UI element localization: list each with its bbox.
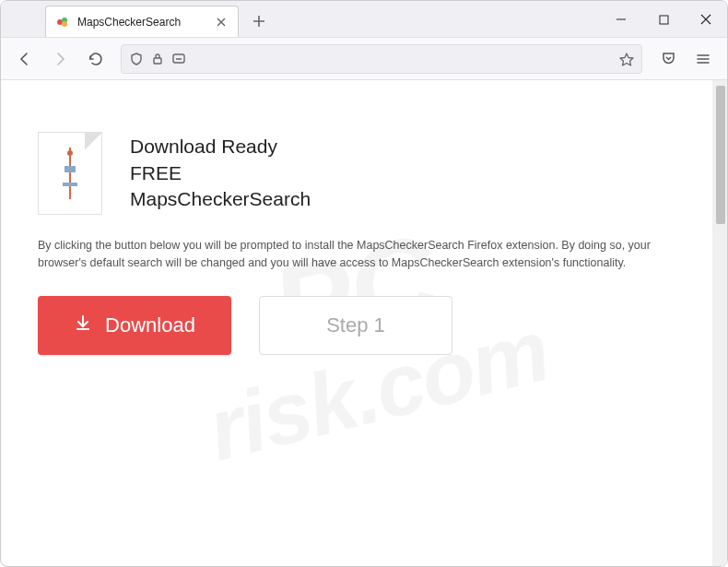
address-bar[interactable] xyxy=(121,44,642,74)
scrollbar-thumb[interactable] xyxy=(716,86,725,224)
svg-rect-8 xyxy=(660,16,668,24)
step-button-label: Step 1 xyxy=(326,313,385,337)
new-tab-button[interactable] xyxy=(246,8,272,34)
header-row: Download Ready FREE MapsCheckerSearch xyxy=(38,132,675,215)
window-controls xyxy=(600,1,727,38)
heading-line-1: Download Ready xyxy=(130,134,311,159)
headings: Download Ready FREE MapsCheckerSearch xyxy=(130,134,311,212)
bookmark-icon[interactable] xyxy=(619,52,634,66)
download-icon xyxy=(74,313,92,337)
shield-icon[interactable] xyxy=(129,52,144,66)
content-area: PC risk.com Download Ready FREE MapsChec… xyxy=(1,80,727,567)
browser-tab[interactable]: MapsCheckerSearch xyxy=(45,6,239,37)
svg-rect-11 xyxy=(154,58,161,64)
page-content: Download Ready FREE MapsCheckerSearch By… xyxy=(1,80,712,392)
file-icon xyxy=(38,132,102,215)
tab-title: MapsCheckerSearch xyxy=(77,16,206,29)
close-window-button[interactable] xyxy=(685,1,727,38)
titlebar: MapsCheckerSearch xyxy=(1,1,727,38)
back-button[interactable] xyxy=(10,44,40,74)
scrollbar-track[interactable] xyxy=(712,80,727,567)
permissions-icon[interactable] xyxy=(171,52,186,66)
maximize-button[interactable] xyxy=(642,1,685,38)
forward-button[interactable] xyxy=(45,44,75,74)
browser-toolbar xyxy=(1,38,727,80)
svg-point-17 xyxy=(67,150,73,156)
lock-icon[interactable] xyxy=(151,53,164,65)
svg-point-2 xyxy=(62,21,67,27)
heading-line-3: MapsCheckerSearch xyxy=(130,186,311,212)
button-row: Download Step 1 xyxy=(38,296,675,355)
close-icon[interactable] xyxy=(214,15,229,30)
minimize-button[interactable] xyxy=(600,1,642,38)
menu-button[interactable] xyxy=(688,44,718,74)
tab-favicon xyxy=(55,15,70,30)
description-text: By clicking the button below you will be… xyxy=(38,237,664,272)
pocket-icon[interactable] xyxy=(653,44,683,74)
svg-rect-18 xyxy=(65,166,76,172)
download-button-label: Download xyxy=(105,313,195,337)
reload-button[interactable] xyxy=(80,44,110,74)
step-button[interactable]: Step 1 xyxy=(259,296,452,355)
svg-rect-19 xyxy=(63,183,77,186)
heading-line-2: FREE xyxy=(130,160,311,186)
download-button[interactable]: Download xyxy=(38,296,231,355)
